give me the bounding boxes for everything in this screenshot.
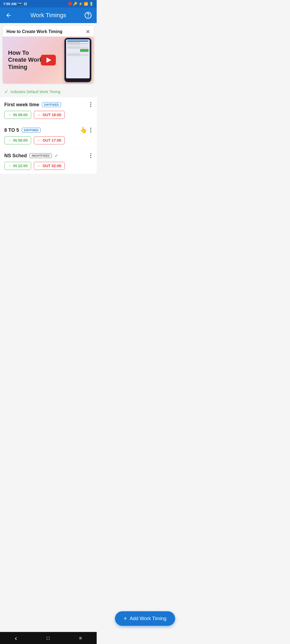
timing-name-0: First week time (4, 102, 39, 108)
bluetooth-icon: ⚡ (78, 2, 83, 6)
timing-times-1: → IN 08:00 ← OUT 17:00 (4, 136, 92, 144)
play-button[interactable] (41, 55, 56, 65)
arrow-out-icon-2: ← (37, 164, 41, 168)
timing-item-0: First week time DAYFIXED → IN 09:00 ← OU… (0, 97, 97, 123)
more-dot (90, 128, 91, 129)
arrow-in-icon-0: → (8, 113, 12, 117)
timing-name-2: NS Sched (4, 153, 27, 159)
tutorial-card-header: How to Create Work Timing ✕ (3, 26, 94, 36)
timing-more-menu-1[interactable] (89, 127, 92, 134)
timing-item-header-2: NS Sched NIGHTFIXED ✓ (4, 152, 92, 159)
app-bar: Work Timings (0, 8, 97, 23)
tutorial-card-title: How to Create Work Timing (6, 29, 62, 34)
arrow-out-icon-1: ← (37, 138, 41, 142)
cursor-hand-icon: 👆 (80, 127, 87, 134)
wifi-icon: 📶 (84, 2, 88, 6)
arrow-in-icon-2: → (8, 164, 12, 168)
tutorial-thumbnail[interactable]: How ToCreate WorkTiming (3, 36, 94, 83)
phone-mockup (64, 38, 91, 82)
tutorial-card: How to Create Work Timing ✕ How ToCreate… (3, 26, 94, 83)
timing-times-0: → IN 09:00 ← OUT 18:00 (4, 111, 92, 119)
timing-more-menu-0[interactable] (89, 101, 92, 108)
main-content: How to Create Work Timing ✕ How ToCreate… (0, 26, 97, 201)
battery-icon: 🔋 (89, 2, 93, 6)
timing-item-left-0: First week time DAYFIXED (4, 102, 61, 108)
timing-badge-2: NIGHTFIXED (30, 153, 52, 158)
more-dot (90, 104, 91, 105)
default-indicator: ✓ Indicates Default Work Timing (0, 86, 97, 97)
default-check-icon: ✓ (4, 89, 8, 95)
time-in-value-1: IN 08:00 (13, 138, 28, 142)
help-icon[interactable] (84, 11, 92, 20)
status-bar: 7:55 AM 📷 ⊡ 🔑 ⚡ 📶 🔋 (0, 0, 97, 8)
timing-badge-1: DAYFIXED (22, 128, 41, 133)
timing-badge-0: DAYFIXED (42, 102, 61, 107)
more-dot (90, 130, 91, 131)
timing-item-1: 8 TO 5 DAYFIXED 👆 → IN 08:00 ← OUT 17:00 (0, 123, 97, 148)
more-dot (90, 153, 91, 154)
status-left: 7:55 AM 📷 ⊡ (3, 2, 27, 6)
status-right: 🔑 ⚡ 📶 🔋 (68, 2, 93, 6)
timing-times-2: → IN 22:00 ← OUT 02:00 (4, 162, 92, 170)
timing-item-header-1: 8 TO 5 DAYFIXED 👆 (4, 127, 92, 134)
timing-item-left-2: NS Sched NIGHTFIXED ✓ (4, 153, 59, 159)
svg-point-1 (88, 17, 88, 17)
back-button[interactable] (4, 11, 13, 20)
key-icon: 🔑 (73, 2, 77, 6)
time-out-value-2: OUT 02:00 (43, 164, 61, 168)
timing-item-2: NS Sched NIGHTFIXED ✓ → IN 22:00 ← OUT 0… (0, 148, 97, 174)
arrow-in-icon-1: → (8, 138, 12, 142)
time-out-badge-2: ← OUT 02:00 (34, 162, 65, 170)
timing-item-header-0: First week time DAYFIXED (4, 101, 92, 108)
more-dot (90, 157, 91, 158)
time-out-badge-1: ← OUT 17:00 (34, 136, 65, 144)
time-in-value-2: IN 22:00 (13, 164, 28, 168)
timing-name-1: 8 TO 5 (4, 127, 19, 133)
tutorial-close-button[interactable]: ✕ (86, 29, 90, 34)
default-indicator-text: Indicates Default Work Timing (10, 90, 60, 94)
time-out-badge-0: ← OUT 18:00 (34, 111, 65, 119)
page-title: Work Timings (13, 12, 84, 19)
camera-icon: 📷 (18, 2, 22, 6)
default-timing-check-icon: ✓ (55, 153, 59, 159)
more-dot (90, 155, 91, 156)
time-in-badge-0: → IN 09:00 (4, 111, 31, 119)
time-out-value-0: OUT 18:00 (43, 113, 61, 117)
more-dot (90, 106, 91, 107)
time-out-value-1: OUT 17:00 (43, 138, 61, 142)
time-in-badge-2: → IN 22:00 (4, 162, 31, 170)
time-in-badge-1: → IN 08:00 (4, 136, 31, 144)
status-time: 7:55 AM (3, 2, 16, 6)
more-dot (90, 102, 91, 103)
more-dot (90, 131, 91, 133)
record-icon (68, 2, 72, 6)
phone-screen (66, 39, 90, 78)
timing-more-menu-2[interactable] (89, 152, 92, 159)
time-in-value-0: IN 09:00 (13, 113, 28, 117)
arrow-out-icon-0: ← (37, 113, 41, 117)
sim-icon: ⊡ (24, 2, 27, 6)
timing-item-left-1: 8 TO 5 DAYFIXED (4, 127, 41, 133)
